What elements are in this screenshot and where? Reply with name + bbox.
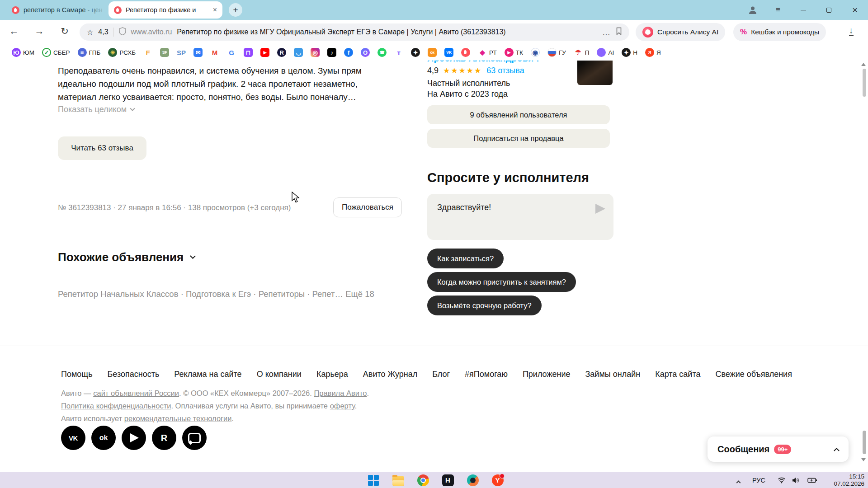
bookmark-gazprombank[interactable]: ≡ГПБ — [78, 48, 101, 57]
bookmark-ru-flag[interactable]: ГУ — [547, 48, 566, 57]
more-actions-icon[interactable]: … — [602, 28, 611, 37]
legal-link[interactable]: сайт объявлений России — [93, 389, 179, 397]
bookmark-rt-flame[interactable]: ◆РТ — [478, 48, 497, 57]
similar-ads-heading[interactable]: Похожие объявления — [58, 250, 195, 264]
taskbar-chrome-icon[interactable] — [417, 474, 429, 486]
message-input[interactable]: Здравствуйте! — [427, 194, 613, 240]
ask-alice-button[interactable]: Спросить Алису AI — [636, 23, 725, 41]
similar-links-row[interactable]: Репетитор Начальных Классов · Подготовка… — [58, 289, 374, 299]
quick-question-chip[interactable]: Возьмёте срочную работу? — [427, 296, 542, 315]
send-icon[interactable] — [595, 204, 605, 214]
bookmark-flag-icon[interactable] — [616, 27, 622, 37]
forward-icon[interactable]: → — [33, 26, 46, 37]
bookmark-tiktok[interactable]: ♪ — [327, 48, 336, 57]
shield-icon[interactable] — [119, 27, 126, 37]
footer-link[interactable]: Карьера — [316, 370, 348, 379]
quick-question-chip[interactable]: Как записаться? — [427, 249, 504, 268]
bookmark-youtube[interactable]: ▶ — [260, 48, 269, 57]
maximize-icon[interactable] — [822, 4, 835, 16]
scrollbar-thumb-bottom[interactable] — [863, 431, 866, 454]
show-full-link[interactable]: Показать целиком — [58, 105, 134, 114]
odnoklassniki-social-icon[interactable]: ok — [91, 426, 116, 450]
tab-active[interactable]: Репетитор по физике и × — [108, 1, 222, 19]
seller-ads-button[interactable]: 9 объявлений пользователя — [427, 105, 610, 124]
bookmark-f-site[interactable]: F — [143, 48, 152, 57]
similar-more-link[interactable]: Ещё 18 — [345, 289, 374, 299]
legal-link[interactable]: Правила Авито — [314, 389, 367, 397]
scrollbar-up-arrow[interactable] — [861, 63, 866, 66]
quick-question-chip[interactable]: Когда можно приступить к занятиям? — [427, 272, 576, 292]
footer-link[interactable]: О компании — [257, 370, 302, 379]
bookmark-tk-play[interactable]: ▶ТК — [505, 48, 523, 57]
footer-link[interactable]: Авито Журнал — [363, 370, 417, 379]
taskbar-h-app-icon[interactable]: H — [442, 474, 454, 486]
bookmark-blue-smiley-app[interactable]: ◡ — [294, 48, 303, 57]
bookmark-yoomoney[interactable]: ЮЮМ — [12, 48, 34, 57]
battery-icon[interactable] — [807, 472, 817, 488]
wifi-icon[interactable] — [778, 472, 786, 488]
footer-link[interactable]: Приложение — [523, 370, 571, 379]
legal-link[interactable]: рекомендательные технологии — [124, 414, 232, 422]
bookmark-instagram[interactable]: ◎ — [311, 48, 320, 57]
bookmark-rshb[interactable]: ✳РСХБ — [108, 48, 136, 57]
tray-chevron-icon[interactable] — [737, 472, 740, 488]
bookmark-coat-of-arms[interactable]: ◉ — [531, 48, 540, 57]
messages-widget[interactable]: Сообщения 99+ — [708, 436, 849, 462]
bookmark-rutube[interactable]: R — [277, 48, 286, 57]
taskbar-colored-app-icon[interactable] — [467, 474, 479, 486]
bookmark-odnoklassniki[interactable]: ок — [428, 48, 437, 57]
reviews-count-link[interactable]: 63 отзыва — [486, 66, 524, 75]
back-icon[interactable]: ← — [7, 26, 21, 37]
telegram-social-icon[interactable] — [122, 426, 146, 450]
bookmark-google[interactable]: G — [227, 48, 236, 57]
bookmark-t-site[interactable]: т — [394, 48, 403, 57]
bookmark-sf-site[interactable]: SF — [160, 48, 169, 57]
bookmark-facebook[interactable]: f — [344, 48, 353, 57]
bookmark-vk[interactable]: VK — [444, 48, 453, 57]
footer-link[interactable]: Помощь — [61, 370, 93, 379]
scrollbar-down-arrow[interactable] — [861, 458, 866, 461]
profile-avatar-icon[interactable] — [746, 4, 760, 16]
tab-close-icon[interactable]: × — [213, 6, 217, 14]
footer-link[interactable]: Блог — [432, 370, 450, 379]
tab-inactive[interactable]: репетитор в Самаре - цен — [12, 3, 105, 17]
bookmark-alice[interactable]: AI — [597, 48, 614, 57]
site-rating-star-icon[interactable]: ☆ — [87, 28, 93, 37]
bookmark-avito[interactable] — [461, 48, 470, 57]
bookmark-sparkle-app[interactable]: ✦ — [411, 48, 420, 57]
seller-avatar[interactable] — [577, 61, 613, 85]
dialog-social-icon[interactable] — [182, 426, 207, 450]
footer-link[interactable]: Карта сайта — [655, 370, 700, 379]
report-button[interactable]: Пожаловаться — [333, 197, 402, 217]
footer-link[interactable]: Займы онлайн — [585, 370, 640, 379]
taskbar-file-explorer-icon[interactable] — [392, 474, 404, 486]
close-icon[interactable]: × — [848, 4, 862, 16]
bookmark-mail[interactable]: ✉ — [193, 48, 203, 57]
bookmark-twitch[interactable]: ⊓ — [244, 48, 253, 57]
vk-social-icon[interactable]: VK — [61, 426, 85, 450]
footer-link[interactable]: Безопасность — [108, 370, 160, 379]
taskbar-clock[interactable]: 15:15 07.02.2026 — [834, 473, 864, 488]
legal-link[interactable]: Политика конфиденциальности — [61, 402, 171, 410]
bookmark-whatsapp[interactable]: ☎ — [377, 48, 387, 57]
refresh-icon[interactable]: ↻ — [58, 26, 71, 37]
subscribe-button[interactable]: Подписаться на продавца — [427, 129, 610, 148]
footer-link[interactable]: #яПомогаю — [465, 370, 508, 379]
bookmark-gmail[interactable]: M — [210, 48, 219, 57]
address-bar[interactable]: ☆ 4,3 www.avito.ru Репетитор по физике и… — [80, 23, 629, 41]
scrollbar-thumb[interactable] — [863, 69, 866, 97]
taskbar-yandex-browser-icon[interactable]: Y — [491, 474, 504, 486]
bookmark-sparkle-n[interactable]: ✦Н — [622, 48, 637, 57]
taskbar-start-icon[interactable] — [367, 474, 379, 486]
cashback-button[interactable]: % Кешбэк и промокоды — [733, 23, 826, 41]
new-tab-button[interactable]: + — [229, 3, 242, 17]
minimize-icon[interactable] — [797, 4, 810, 16]
bookmark-o-messenger[interactable]: O — [361, 48, 370, 57]
seller-name-link[interactable]: Ярослав Александрович — [427, 61, 539, 64]
rutube-social-icon[interactable]: R — [152, 426, 176, 450]
downloads-icon[interactable]: ↓ — [849, 26, 854, 36]
volume-icon[interactable] — [792, 472, 800, 488]
bookmark-sp-site[interactable]: SP — [177, 48, 186, 57]
similar-links-list[interactable]: Репетитор Начальных Классов · Подготовка… — [58, 289, 345, 299]
bookmark-yandex[interactable]: ЯЯ — [645, 48, 661, 57]
